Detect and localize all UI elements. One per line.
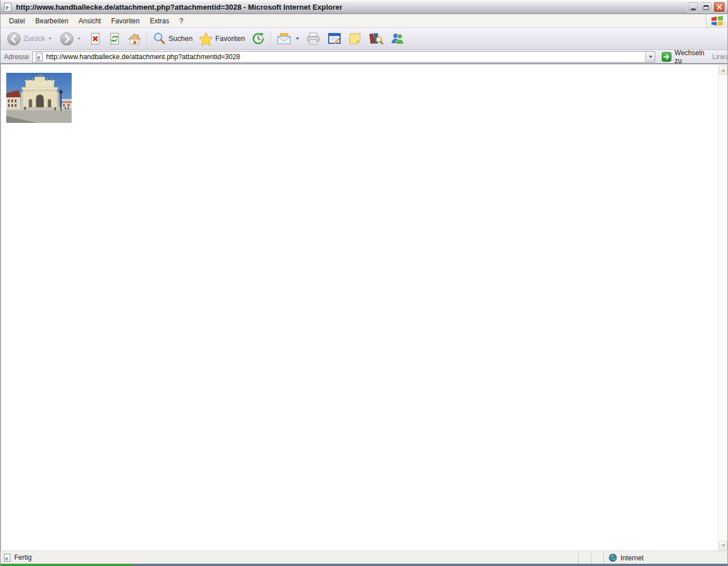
status-panes: Internet [578, 552, 727, 563]
back-label: Zurück [23, 35, 45, 43]
discuss-note-button[interactable] [346, 31, 363, 47]
address-input[interactable] [44, 53, 645, 61]
back-dropdown-icon[interactable] [48, 38, 52, 40]
chevron-down-icon [649, 56, 652, 58]
menu-ansicht[interactable]: Ansicht [73, 15, 106, 27]
title-bar: e http://www.handballecke.de/attachment.… [1, 0, 727, 14]
history-icon [251, 31, 266, 46]
search-label: Suchen [168, 35, 192, 43]
status-text: Fertig [14, 553, 32, 561]
start-button-edge [1, 564, 133, 566]
ie-letter: e [6, 3, 9, 11]
ie-letter: e [5, 554, 8, 561]
messenger-button[interactable] [388, 31, 407, 47]
toolbar-separator [271, 31, 271, 46]
note-icon [348, 32, 362, 46]
menu-bar: Datei Bearbeiten Ansicht Favoriten Extra… [1, 14, 727, 28]
refresh-button[interactable] [106, 31, 123, 47]
mail-dropdown-icon[interactable] [296, 38, 299, 40]
restore-button[interactable] [700, 2, 712, 13]
forward-icon [60, 32, 74, 46]
forward-button[interactable] [58, 31, 82, 47]
ie-document-icon: e [3, 2, 13, 12]
go-button[interactable]: Wechseln zu [659, 48, 706, 65]
window-title: http://www.handballecke.de/attachment.ph… [16, 3, 342, 11]
address-dropdown-button[interactable] [645, 52, 655, 62]
address-bar: Adresse e Wechseln zu [1, 50, 727, 64]
security-zone-pane: Internet [603, 552, 727, 563]
taskbar-edge [1, 564, 727, 566]
favorites-label: Favoriten [216, 35, 245, 43]
restore-icon [704, 5, 709, 10]
back-button[interactable]: Zurück [5, 31, 53, 47]
toolbar-separator [147, 31, 147, 46]
windows-logo-icon [706, 14, 727, 27]
favorites-star-icon [198, 32, 213, 46]
research-button[interactable] [367, 31, 385, 47]
page-content [1, 64, 727, 551]
minimize-button[interactable] [687, 2, 699, 13]
search-button[interactable]: Suchen [151, 31, 194, 47]
go-arrow-icon [661, 52, 672, 62]
close-button[interactable] [713, 2, 725, 13]
stop-icon [89, 32, 102, 46]
address-field: e [32, 51, 655, 63]
scroll-down-icon [721, 544, 726, 547]
history-button[interactable] [249, 30, 267, 47]
menu-favoriten[interactable]: Favoriten [106, 15, 144, 27]
status-page-icon: e [3, 553, 11, 562]
menu-datei[interactable]: Datei [4, 15, 30, 27]
print-button[interactable] [304, 31, 322, 47]
go-label: Wechseln zu [675, 49, 704, 65]
zone-label: Internet [621, 554, 644, 562]
status-pane-empty [578, 552, 591, 563]
back-icon [7, 32, 21, 46]
minimize-icon [691, 9, 696, 10]
scroll-down-button[interactable] [719, 541, 727, 550]
attachment-image [6, 73, 72, 123]
standard-toolbar: Zurück [1, 28, 727, 50]
menu-bearbeiten[interactable]: Bearbeiten [30, 15, 73, 27]
favorites-button[interactable]: Favoriten [197, 31, 247, 47]
internet-globe-icon [609, 553, 617, 562]
window-controls [687, 2, 725, 13]
search-icon [152, 32, 166, 46]
home-button[interactable] [126, 31, 143, 47]
home-icon [127, 32, 142, 46]
browser-window: e http://www.handballecke.de/attachment.… [0, 0, 728, 566]
scroll-up-icon [721, 69, 726, 72]
mail-button[interactable] [275, 31, 301, 46]
links-toolbar-label[interactable]: Links [713, 53, 728, 61]
edit-button[interactable] [326, 31, 343, 47]
status-pane-empty [591, 552, 603, 563]
ie-letter: e [37, 53, 40, 60]
menu-extras[interactable]: Extras [144, 15, 174, 27]
menu-hilfe[interactable]: ? [174, 15, 188, 27]
refresh-icon [108, 32, 121, 46]
books-search-icon [369, 32, 383, 46]
print-icon [306, 32, 321, 46]
forward-dropdown-icon[interactable] [77, 38, 81, 40]
url-page-icon: e [35, 52, 44, 61]
address-label: Adresse [4, 53, 29, 61]
messenger-icon [390, 32, 405, 46]
vertical-scrollbar[interactable] [718, 65, 727, 551]
mail-icon [276, 32, 292, 45]
stop-button[interactable] [87, 31, 104, 47]
edit-icon [328, 32, 341, 46]
scroll-up-button[interactable] [719, 65, 727, 75]
close-icon [716, 4, 722, 10]
status-bar: e Fertig Internet [1, 551, 727, 564]
